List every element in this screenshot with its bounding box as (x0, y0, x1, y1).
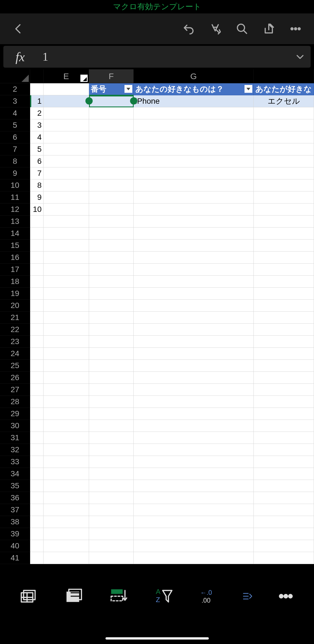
cell[interactable] (134, 119, 254, 131)
cell[interactable] (254, 228, 314, 240)
cell[interactable] (89, 468, 134, 480)
cell[interactable] (30, 408, 44, 420)
row-header[interactable]: 9 (0, 167, 30, 179)
cell[interactable] (89, 119, 134, 131)
row-header[interactable]: 4 (0, 107, 30, 119)
cell[interactable] (134, 312, 254, 324)
cell[interactable] (30, 312, 44, 324)
cell[interactable] (254, 540, 314, 552)
cell[interactable] (89, 384, 134, 396)
cell[interactable] (89, 324, 134, 336)
cell[interactable] (89, 420, 134, 432)
cell[interactable] (134, 203, 254, 216)
cell[interactable] (89, 131, 134, 143)
row-header[interactable]: 8 (0, 155, 30, 167)
row-header[interactable]: 22 (0, 324, 30, 336)
row-header[interactable]: 38 (0, 516, 30, 528)
cell[interactable] (254, 143, 314, 155)
cell[interactable] (30, 456, 44, 468)
column-header[interactable] (30, 69, 44, 83)
row-header[interactable]: 26 (0, 372, 30, 384)
cell[interactable] (89, 516, 134, 528)
cell[interactable] (44, 276, 89, 288)
cell[interactable] (30, 276, 44, 288)
cell[interactable] (254, 480, 314, 492)
cell[interactable] (30, 300, 44, 312)
cell[interactable] (44, 516, 89, 528)
cell[interactable] (44, 203, 89, 216)
chevron-down-icon[interactable] (295, 52, 305, 62)
cell[interactable] (44, 119, 89, 131)
cell[interactable] (89, 240, 134, 252)
row-header[interactable]: 14 (0, 228, 30, 240)
cell[interactable] (44, 191, 89, 203)
row-header[interactable]: 30 (0, 420, 30, 432)
cell[interactable] (134, 540, 254, 552)
column-resize-handle[interactable] (80, 75, 88, 82)
cell[interactable] (89, 216, 134, 228)
cell[interactable] (30, 83, 44, 95)
cell[interactable]: 4 (30, 131, 44, 143)
cell[interactable] (44, 252, 89, 264)
cell[interactable] (44, 528, 89, 540)
spreadsheet[interactable]: E F G 2番号あなたの好きなものは？あなたが好きな31iPhoneエクセル4… (0, 69, 314, 577)
cell[interactable] (44, 264, 89, 276)
cell[interactable] (134, 444, 254, 456)
cell[interactable] (254, 300, 314, 312)
cell[interactable] (134, 468, 254, 480)
cell[interactable] (134, 456, 254, 468)
draw-button[interactable] (203, 17, 227, 41)
cell[interactable] (30, 372, 44, 384)
cell[interactable] (254, 119, 314, 131)
row-header[interactable]: 19 (0, 288, 30, 300)
cell[interactable]: 番号 (89, 83, 134, 95)
cell[interactable] (134, 324, 254, 336)
cell[interactable] (89, 336, 134, 348)
cell[interactable] (44, 240, 89, 252)
row-header[interactable]: 18 (0, 276, 30, 288)
cell[interactable] (89, 432, 134, 444)
cell[interactable] (134, 552, 254, 564)
cell[interactable] (89, 492, 134, 504)
cell[interactable] (30, 228, 44, 240)
cell[interactable] (134, 191, 254, 203)
cell[interactable] (44, 95, 89, 107)
row-header[interactable]: 6 (0, 131, 30, 143)
cell[interactable] (30, 420, 44, 432)
column-header-f[interactable]: F (89, 69, 134, 83)
sheets-button[interactable] (16, 584, 41, 609)
cell[interactable] (30, 468, 44, 480)
cell[interactable] (89, 228, 134, 240)
selection-handle-left[interactable] (85, 97, 93, 105)
cell[interactable] (134, 480, 254, 492)
row-header[interactable]: 34 (0, 468, 30, 480)
cell[interactable] (254, 264, 314, 276)
cell[interactable] (44, 300, 89, 312)
cell[interactable] (44, 83, 89, 95)
cell[interactable] (44, 456, 89, 468)
cell[interactable] (89, 300, 134, 312)
cell[interactable] (134, 179, 254, 191)
cell[interactable] (30, 348, 44, 360)
cell[interactable] (30, 384, 44, 396)
row-header[interactable]: 32 (0, 444, 30, 456)
cell[interactable] (44, 167, 89, 179)
row-header[interactable]: 20 (0, 300, 30, 312)
cell[interactable]: エクセル (254, 95, 314, 107)
cell[interactable] (30, 264, 44, 276)
cell[interactable] (134, 336, 254, 348)
cell[interactable] (134, 143, 254, 155)
cell[interactable] (134, 155, 254, 167)
search-button[interactable] (230, 17, 254, 41)
cell[interactable] (30, 528, 44, 540)
cell[interactable] (30, 252, 44, 264)
cell[interactable] (44, 143, 89, 155)
cell[interactable] (44, 228, 89, 240)
cell[interactable] (44, 444, 89, 456)
cell[interactable] (44, 540, 89, 552)
cell[interactable] (134, 528, 254, 540)
cell[interactable] (134, 420, 254, 432)
row-header[interactable]: 35 (0, 480, 30, 492)
cell[interactable] (89, 191, 134, 203)
cell[interactable] (89, 456, 134, 468)
